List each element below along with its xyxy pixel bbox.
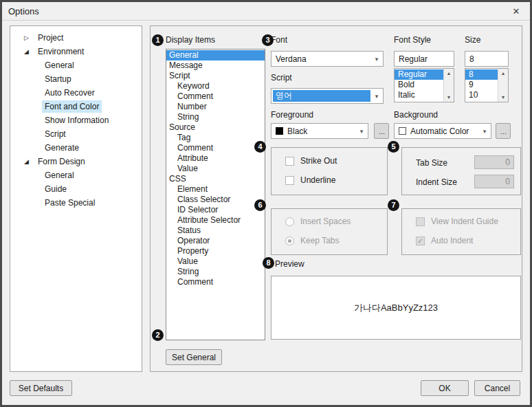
background-combo[interactable]: Automatic Color ▾ [394, 123, 491, 139]
display-item[interactable]: String [166, 267, 265, 277]
tree-item[interactable]: General [10, 168, 142, 182]
tree-item[interactable]: Show Information [10, 113, 142, 127]
script-combo[interactable]: 영어 ▾ [271, 88, 384, 104]
strike-out-checkbox[interactable] [285, 157, 294, 166]
scroll-up-icon[interactable]: ▲ [501, 71, 506, 76]
preview-label: Preview [275, 259, 304, 269]
main-panel: Display Items GeneralMessageScriptKeywor… [150, 25, 522, 372]
display-item[interactable]: Message [166, 60, 265, 71]
step-badge-2: 2 [152, 329, 164, 341]
tree-item[interactable]: Font and Color [10, 100, 142, 113]
size-input[interactable] [465, 51, 509, 67]
scroll-up-icon[interactable]: ▲ [447, 71, 452, 76]
tab-size-input [474, 155, 514, 169]
font-style-listbox: RegularBoldItalic ▲ ▼ [394, 68, 454, 102]
keep-tabs-radio [285, 236, 294, 245]
tree-item[interactable]: Guide [10, 182, 142, 196]
display-item[interactable]: Value [166, 256, 265, 267]
tree-item[interactable]: ◢Form Design [10, 155, 142, 168]
listbox-option[interactable]: 8 [465, 69, 498, 80]
foreground-swatch [276, 127, 283, 135]
display-item[interactable]: Number [166, 102, 265, 112]
tree-item[interactable]: Paste Special [10, 196, 142, 210]
tree-item[interactable]: Auto Recover [10, 86, 142, 100]
foreground-more-button[interactable]: ... [374, 123, 389, 139]
display-item[interactable]: Property [166, 246, 265, 256]
scroll-down-icon[interactable]: ▼ [501, 95, 506, 100]
tree-expanded-icon[interactable]: ◢ [24, 158, 35, 165]
title-bar[interactable]: Options ✕ [2, 2, 530, 21]
display-item[interactable]: String [166, 112, 265, 122]
underline-row[interactable]: Underline [285, 175, 335, 185]
background-more-button[interactable]: ... [496, 123, 511, 139]
display-item[interactable]: Source [166, 122, 265, 133]
view-indent-guide-label: View Indent Guide [431, 217, 498, 226]
background-label: Background [394, 110, 438, 120]
display-item[interactable]: Script [166, 71, 265, 81]
display-item[interactable]: Tag [166, 133, 265, 143]
display-items-label: Display Items [166, 35, 215, 45]
display-item[interactable]: Class Selector [166, 195, 265, 205]
display-item[interactable]: Comment [166, 91, 265, 102]
ok-button[interactable]: OK [421, 380, 469, 396]
tree-item[interactable]: General [10, 58, 142, 72]
display-item[interactable]: ID Selector [166, 205, 265, 215]
tree-item[interactable]: Generate [10, 141, 142, 155]
font-style-scrollbar[interactable]: ▲ ▼ [443, 69, 454, 102]
display-item[interactable]: Attribute [166, 153, 265, 164]
listbox-option[interactable]: 10 [465, 90, 498, 100]
step-badge-4: 4 [254, 141, 266, 153]
display-item[interactable]: CSS [166, 174, 265, 184]
tree-item-label: General [42, 59, 77, 72]
size-scrollbar[interactable]: ▲ ▼ [498, 69, 508, 102]
auto-indent-row: ✓ Auto Indent [416, 236, 473, 245]
listbox-option[interactable]: 9 [465, 80, 498, 90]
tab-size-group: Tab Size Indent Size [401, 147, 521, 195]
strike-out-row[interactable]: Strike Out [285, 156, 337, 166]
tree-item[interactable]: ▷Project [10, 31, 142, 45]
display-item[interactable]: Keyword [166, 81, 265, 91]
tree-item-label: General [42, 169, 77, 182]
tree-item-label: Guide [42, 183, 69, 195]
cancel-button[interactable]: Cancel [474, 380, 520, 396]
size-label: Size [465, 35, 480, 45]
display-item[interactable]: General [166, 50, 265, 60]
set-general-button[interactable]: Set General [166, 349, 222, 365]
scroll-down-icon[interactable]: ▼ [447, 95, 452, 100]
ellipsis-icon: ... [500, 127, 507, 135]
tree-collapsed-icon[interactable]: ▷ [24, 34, 35, 41]
settings-tree: ▷Project◢EnvironmentGeneralStartupAuto R… [10, 25, 142, 372]
listbox-option[interactable]: Bold [395, 80, 443, 90]
display-item[interactable]: Element [166, 184, 265, 195]
dropdown-arrow-icon: ▾ [370, 93, 383, 100]
display-item[interactable]: Operator [166, 236, 265, 246]
display-item[interactable]: Status [166, 226, 265, 236]
listbox-option[interactable]: Italic [395, 90, 443, 100]
foreground-combo[interactable]: Black ▾ [271, 123, 368, 139]
tree-item[interactable]: Startup [10, 72, 142, 86]
tree-item[interactable]: ◢Environment [10, 45, 142, 58]
set-defaults-button[interactable]: Set Defaults [10, 380, 72, 396]
close-button[interactable]: ✕ [508, 4, 524, 18]
insert-spaces-row: Insert Spaces [285, 217, 351, 226]
preview-sample-text: 가나다AaBbYyZz123 [354, 302, 438, 314]
display-item[interactable]: Attribute Selector [166, 215, 265, 226]
tree-item-label: Script [42, 128, 69, 140]
script-combo-value: 영어 [273, 90, 370, 102]
ellipsis-icon: ... [379, 127, 385, 135]
display-item[interactable]: Comment [166, 277, 265, 287]
display-item[interactable]: Value [166, 164, 265, 174]
tree-expanded-icon[interactable]: ◢ [24, 48, 35, 55]
tree-item[interactable]: Script [10, 127, 142, 141]
underline-checkbox[interactable] [285, 176, 294, 185]
keep-tabs-row: Keep Tabs [285, 236, 340, 245]
display-item[interactable]: Comment [166, 143, 265, 153]
font-style-input[interactable] [394, 51, 454, 67]
insert-spaces-radio [285, 217, 294, 226]
script-label: Script [271, 73, 292, 82]
tree-item-label: Auto Recover [42, 87, 98, 99]
font-combo-value: Verdana [271, 54, 370, 64]
preview-box: 가나다AaBbYyZz123 [271, 276, 521, 340]
listbox-option[interactable]: Regular [395, 69, 443, 80]
font-combo[interactable]: Verdana ▾ [271, 51, 384, 67]
